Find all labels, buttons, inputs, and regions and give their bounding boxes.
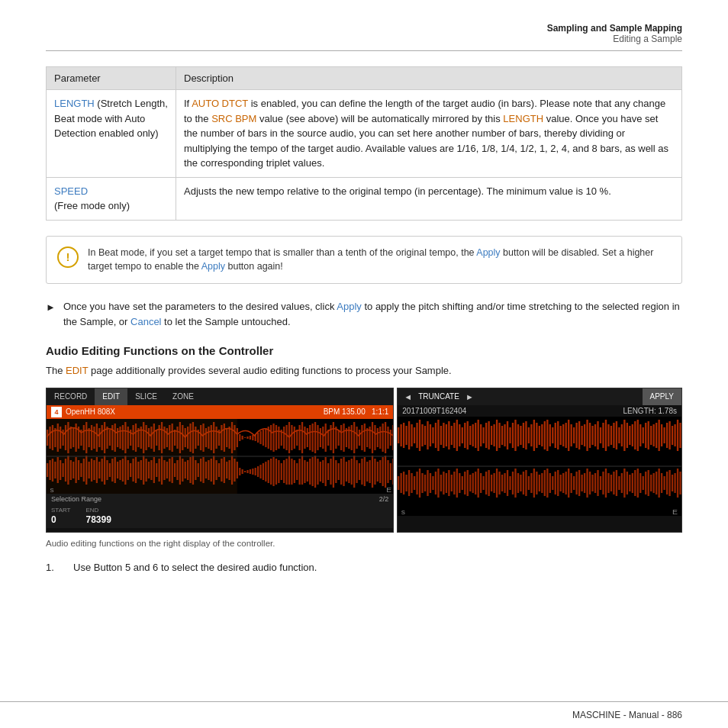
tab-zone[interactable]: ZONE <box>165 388 201 405</box>
svg-rect-385 <box>403 472 404 494</box>
tab-edit[interactable]: EDIT <box>95 388 127 405</box>
section-intro: The EDIT page additionally provides seve… <box>46 363 682 378</box>
svg-rect-278 <box>406 426 407 445</box>
svg-rect-445 <box>562 473 564 493</box>
svg-rect-102 <box>307 428 308 447</box>
svg-rect-323 <box>526 421 527 449</box>
table-header-param: Parameter <box>47 67 176 90</box>
svg-rect-234 <box>301 456 303 485</box>
svg-rect-417 <box>488 470 490 496</box>
svg-rect-357 <box>616 421 617 449</box>
svg-rect-422 <box>501 475 503 491</box>
svg-rect-359 <box>621 424 623 446</box>
svg-rect-315 <box>504 424 506 446</box>
svg-rect-277 <box>403 423 404 448</box>
svg-rect-238 <box>312 457 314 486</box>
waveform-right: s E <box>398 417 681 516</box>
length-param-link: LENGTH <box>54 98 95 109</box>
svg-rect-122 <box>359 430 360 446</box>
svg-rect-230 <box>291 459 292 485</box>
svg-rect-481 <box>659 469 660 498</box>
edit-link: EDIT <box>66 365 88 376</box>
svg-rect-441 <box>552 476 553 490</box>
svg-rect-267 <box>387 460 388 483</box>
sample-name-bar: 4 OpenHH 808X BPM 135.00 1:1:1 <box>47 405 393 419</box>
svg-rect-379 <box>675 424 676 446</box>
svg-rect-252 <box>348 460 350 483</box>
svg-rect-432 <box>528 476 530 490</box>
svg-rect-371 <box>653 424 655 446</box>
display-left: RECORD EDIT SLICE ZONE 4 OpenHH 808X BPM… <box>46 388 394 533</box>
svg-rect-243 <box>325 457 327 486</box>
apply-button[interactable]: APPLY <box>643 388 682 405</box>
svg-rect-461 <box>605 469 607 498</box>
svg-rect-232 <box>296 463 298 480</box>
svg-rect-120 <box>353 422 355 453</box>
tab-record[interactable]: RECORD <box>47 388 95 405</box>
svg-rect-407 <box>462 476 463 490</box>
svg-rect-114 <box>338 430 340 446</box>
svg-rect-463 <box>610 475 612 491</box>
display-left-tabbar: RECORD EDIT SLICE ZONE <box>47 388 393 405</box>
svg-rect-331 <box>546 420 548 451</box>
svg-rect-237 <box>309 459 311 485</box>
svg-rect-433 <box>531 473 533 493</box>
svg-rect-342 <box>576 423 578 448</box>
svg-rect-131 <box>382 424 384 452</box>
svg-rect-415 <box>483 476 485 490</box>
svg-rect-256 <box>359 463 360 480</box>
svg-rect-293 <box>446 424 447 446</box>
svg-rect-340 <box>571 424 572 446</box>
table-cell-desc-length: If AUTO DTCT is enabled, you can define … <box>176 90 682 178</box>
end-label: END <box>85 507 111 514</box>
right-arrow-icon[interactable]: ► <box>459 392 480 401</box>
svg-rect-280 <box>411 424 413 446</box>
table-header-desc: Description <box>176 67 682 90</box>
svg-rect-295 <box>451 426 453 445</box>
svg-rect-245 <box>330 459 331 485</box>
svg-rect-416 <box>485 472 487 494</box>
svg-rect-447 <box>568 469 569 498</box>
svg-rect-125 <box>366 428 368 447</box>
svg-rect-366 <box>639 424 641 446</box>
svg-rect-254 <box>353 456 355 488</box>
svg-rect-369 <box>648 421 649 449</box>
table-cell-param-length: LENGTH (Stretch Length, Beat mode with A… <box>47 90 176 178</box>
svg-rect-341 <box>573 427 575 443</box>
svg-rect-225 <box>278 460 279 483</box>
svg-rect-403 <box>451 475 453 491</box>
svg-rect-336 <box>560 426 562 445</box>
tab-slice[interactable]: SLICE <box>127 388 165 405</box>
arrow-text: Once you have set the parameters to the … <box>63 299 682 329</box>
svg-rect-233 <box>299 459 301 485</box>
svg-rect-228 <box>285 459 287 485</box>
end-value: 78399 <box>85 514 111 525</box>
svg-rect-387 <box>408 470 410 496</box>
svg-rect-134 <box>390 430 391 446</box>
svg-rect-428 <box>517 473 519 493</box>
svg-rect-112 <box>333 422 334 453</box>
svg-rect-335 <box>557 421 559 449</box>
svg-rect-223 <box>272 457 274 486</box>
svg-rect-214 <box>250 469 251 474</box>
svg-rect-313 <box>499 423 501 448</box>
svg-rect-473 <box>637 469 639 498</box>
svg-rect-344 <box>581 426 583 445</box>
svg-rect-318 <box>512 423 514 448</box>
svg-rect-108 <box>322 427 324 449</box>
svg-rect-354 <box>608 424 610 446</box>
truncate-function: TRUNCATE <box>418 392 459 401</box>
svg-rect-450 <box>576 472 578 494</box>
sample-name: OpenHH 808X <box>66 407 115 416</box>
svg-rect-424 <box>507 470 508 496</box>
svg-rect-99 <box>299 425 301 450</box>
svg-rect-92 <box>281 430 282 446</box>
svg-rect-91 <box>278 427 279 449</box>
svg-rect-378 <box>672 426 673 445</box>
svg-rect-79 <box>246 436 248 439</box>
svg-rect-87 <box>268 427 269 449</box>
svg-rect-215 <box>252 469 253 475</box>
left-arrow-icon[interactable]: ◄ <box>398 392 418 401</box>
svg-rect-284 <box>422 424 424 446</box>
svg-rect-240 <box>317 459 318 485</box>
